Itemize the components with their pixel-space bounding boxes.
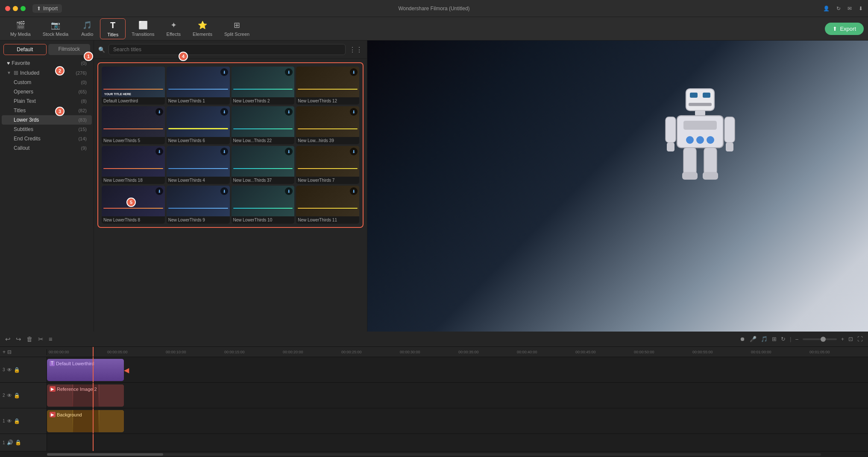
audio-track-1: 1 🔊 🔒 — [0, 434, 868, 451]
track-2-lock-icon[interactable]: 🔒 — [14, 393, 20, 399]
timeline-track-1: 1 👁 🔒 ▶ Background — [0, 408, 868, 434]
toolbar-effects[interactable]: ✦ Effects — [161, 19, 187, 38]
audio-mute-icon[interactable]: 🔊 — [7, 440, 13, 445]
music-button[interactable]: 🎵 — [761, 336, 768, 342]
timeline-scrollbar[interactable] — [0, 451, 868, 457]
svg-rect-14 — [683, 148, 696, 175]
audio-lock-icon[interactable]: 🔒 — [15, 440, 21, 445]
fit-button[interactable]: ⊡ — [848, 336, 853, 342]
tab-default[interactable]: Default — [3, 44, 47, 55]
track-1-label: 1 👁 🔒 — [0, 408, 47, 434]
message-icon[interactable]: ✉ — [847, 6, 852, 12]
import-button[interactable]: ⬆ Import — [32, 4, 62, 13]
maximize-button[interactable] — [21, 6, 26, 11]
track-settings-button[interactable]: ⊟ — [7, 349, 12, 355]
delete-button[interactable]: 🗑 — [26, 335, 33, 343]
tree-end-credits[interactable]: End Credits (14) — [2, 134, 92, 143]
loop-button[interactable]: ↻ — [781, 336, 786, 342]
zoom-in-icon[interactable]: + — [841, 336, 844, 342]
track-1-lock-icon[interactable]: 🔒 — [14, 418, 20, 424]
title-card-5[interactable]: ⬇ New LowerThirds 5 — [102, 106, 165, 144]
title-card-r4-4[interactable]: ⬇ New LowerThirds 11 — [296, 186, 359, 224]
bg-clip-icon: ▶ — [50, 412, 56, 417]
title-card-18[interactable]: ⬇ New LowerThirds 18 — [102, 146, 165, 184]
toolbar-titles[interactable]: T Titles — [100, 18, 126, 39]
tree-plain-text[interactable]: Plain Text (8) — [2, 96, 92, 106]
title-card-37[interactable]: ⬇ New Low...Thirds 37 — [232, 146, 295, 184]
zoom-slider[interactable] — [803, 338, 837, 340]
tree-lower-3rds[interactable]: Lower 3rds (83) — [2, 115, 92, 125]
toolbar-my-media[interactable]: 🎬 My Media — [4, 19, 37, 38]
redo-button[interactable]: ↪ — [16, 335, 21, 343]
tree-included[interactable]: ▼ ⊞ Included (276) — [2, 68, 92, 78]
export-button[interactable]: ⬆ Export — [825, 23, 864, 35]
toolbar-audio[interactable]: 🎵 Audio — [74, 19, 100, 38]
title-card-2[interactable]: ⬇ New LowerThirds 2 — [232, 67, 295, 105]
list-button[interactable]: ≡ — [49, 335, 53, 343]
download-icon: ⬇ — [155, 187, 163, 195]
grid-view-icon[interactable]: ⋮⋮ — [349, 46, 363, 54]
tree-openers[interactable]: Openers (65) — [2, 87, 92, 96]
title-card-r4-2[interactable]: ⬇ New LowerThirds 9 — [167, 186, 230, 224]
titlebar-actions: 👤 ↻ ✉ ⬇ — [823, 6, 863, 12]
clip-background[interactable]: ▶ Background — [47, 410, 124, 432]
toolbar-stock-media[interactable]: 📷 Stock Media — [37, 19, 75, 38]
title-card-6[interactable]: ⬇ New LowerThirds 6 — [167, 106, 230, 144]
effects-label: Effects — [167, 32, 181, 37]
record-button[interactable]: ⏺ — [740, 336, 745, 342]
svg-rect-13 — [726, 143, 733, 151]
clip-label: Default Lowerthird — [56, 361, 94, 366]
title-name: New LowerThirds 1 — [167, 97, 230, 105]
title-card-22[interactable]: ⬇ New Low...Thirds 22 — [232, 106, 295, 144]
step-badge-3: 3 — [55, 107, 65, 116]
svg-rect-3 — [689, 103, 712, 106]
mic-button[interactable]: 🎤 — [750, 336, 757, 342]
title-name: New LowerThirds 6 — [167, 137, 230, 144]
search-input[interactable] — [108, 44, 346, 55]
tree-favorite[interactable]: ♥ Favorite (0) — [2, 58, 92, 68]
title-card-7[interactable]: ⬇ New LowerThirds 7 — [296, 146, 359, 184]
mosaic-button[interactable]: ⊞ — [772, 336, 777, 342]
track-3-label: 3 👁 🔒 — [0, 357, 47, 382]
app-title: Wondershare Filmora (Untitled) — [398, 6, 469, 12]
track-3-eye-icon[interactable]: 👁 — [7, 367, 12, 373]
close-button[interactable] — [5, 6, 10, 11]
minimize-button[interactable] — [13, 6, 18, 11]
title-card-12[interactable]: ⬇ New LowerThirds 12 — [296, 67, 359, 105]
download-icon: ⬇ — [220, 108, 228, 116]
search-bar: 🔍 ⋮⋮ — [94, 41, 367, 59]
robot-figure — [657, 79, 743, 190]
title-card-default-lowerthird[interactable]: YOUR TITLE HERE Default Lowerthird — [102, 67, 165, 105]
clip-default-lowerthird[interactable]: T Default Lowerthird — [47, 359, 124, 381]
toolbar-split-screen[interactable]: ⊞ Split Screen — [218, 19, 255, 38]
track-1-eye-icon[interactable]: 👁 — [7, 418, 12, 424]
refresh-icon[interactable]: ↻ — [836, 6, 841, 12]
download-icon[interactable]: ⬇ — [859, 6, 863, 12]
tree-callout[interactable]: Callout (9) — [2, 143, 92, 153]
track-2-eye-icon[interactable]: 👁 — [7, 393, 12, 399]
title-card-1[interactable]: ⬇ New LowerThirds 1 — [167, 67, 230, 105]
title-card-39[interactable]: ⬇ New Low...hirds 39 — [296, 106, 359, 144]
title-name: New LowerThirds 11 — [296, 216, 359, 224]
title-card-4[interactable]: ⬇ New LowerThirds 4 — [167, 146, 230, 184]
clip-reference-image[interactable]: ▶ Reference Image 2 — [47, 384, 124, 407]
add-track-button[interactable]: + — [3, 349, 6, 355]
tree-titles[interactable]: Titles (82) — [2, 106, 92, 115]
toolbar-elements[interactable]: ⭐ Elements — [187, 19, 218, 38]
tab-filmstock[interactable]: Filmstock — [48, 44, 91, 55]
titles-icon: T — [110, 20, 115, 30]
export-icon: ⬆ — [833, 26, 837, 32]
account-icon[interactable]: 👤 — [823, 6, 830, 12]
effects-icon: ✦ — [170, 20, 177, 30]
tree-custom[interactable]: Custom (0) — [2, 78, 92, 87]
toolbar-transitions[interactable]: ⬜ Transitions — [126, 19, 160, 38]
expand-button[interactable]: ⛶ — [857, 336, 863, 342]
split-screen-icon: ⊞ — [234, 20, 240, 30]
title-name: New LowerThirds 7 — [296, 177, 359, 184]
zoom-out-icon[interactable]: – — [795, 336, 798, 342]
track-3-lock-icon[interactable]: 🔒 — [14, 367, 20, 373]
cut-button[interactable]: ✂ — [38, 335, 44, 343]
title-card-r4-3[interactable]: ⬇ New LowerThirds 10 — [232, 186, 295, 224]
undo-button[interactable]: ↩ — [5, 335, 11, 343]
tree-subtitles[interactable]: Subtitles (15) — [2, 125, 92, 134]
